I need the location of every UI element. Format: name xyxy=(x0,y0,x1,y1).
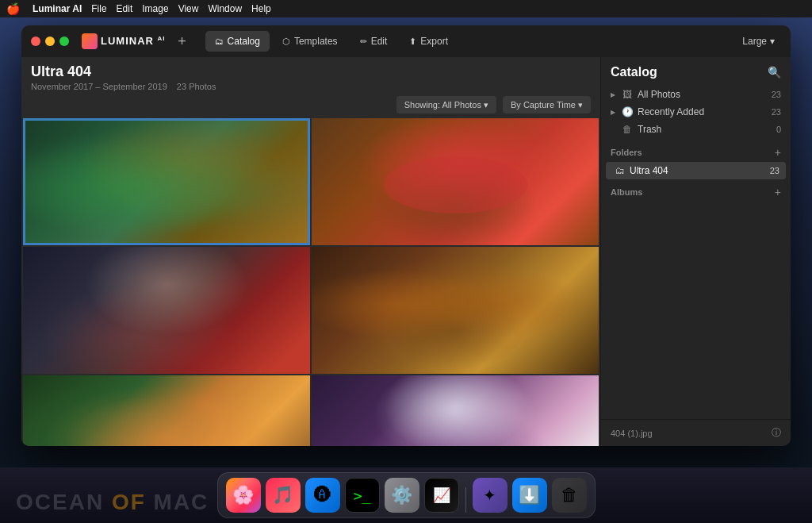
triangle-icon-2: ▶ xyxy=(611,109,615,116)
templates-icon: ⬡ xyxy=(282,37,290,47)
menu-edit[interactable]: Edit xyxy=(117,3,133,14)
apple-menu[interactable]: 🍎 xyxy=(6,2,20,15)
photo-count: 23 Photos xyxy=(177,82,216,91)
triangle-icon: ▶ xyxy=(611,91,615,98)
panel-filters: Showing: All Photos ▾ By Capture Time ▾ xyxy=(21,96,600,118)
sidebar-title: Catalog xyxy=(611,65,657,79)
toolbar-tabs: 🗂 Catalog ⬡ Templates ✏ Edit ⬆ Export xyxy=(205,31,458,52)
menu-bar: 🍎 Luminar AI File Edit Image View Window… xyxy=(0,0,812,17)
menu-view[interactable]: View xyxy=(178,3,199,14)
date-range: November 2017 – September 2019 xyxy=(31,82,167,91)
sidebar-item-all-photos[interactable]: ▶ 🖼 All Photos 23 xyxy=(601,86,791,103)
app-window: LUMINAR AI + 🗂 Catalog ⬡ Templates ✏ Edi… xyxy=(21,25,791,446)
title-bar: LUMINAR AI + 🗂 Catalog ⬡ Templates ✏ Edi… xyxy=(21,25,791,57)
dock-separator xyxy=(465,487,466,513)
albums-label: Albums xyxy=(611,187,642,197)
logo-icon xyxy=(82,33,98,49)
dock-area: OCEAN OF MAC 🌸 🎵 🅐 >_ ⚙️ 📈 ✦ ⬇️ 🗑 xyxy=(0,467,812,523)
watermark-ocean: OCEAN xyxy=(16,490,104,515)
export-icon: ⬆ xyxy=(409,37,416,47)
menu-file[interactable]: File xyxy=(91,3,106,14)
filename: 404 (1).jpg xyxy=(611,429,653,438)
tab-templates[interactable]: ⬡ Templates xyxy=(273,31,347,52)
close-button[interactable] xyxy=(31,37,40,46)
menu-help[interactable]: Help xyxy=(251,3,271,14)
albums-section-header: Albums + xyxy=(601,179,791,202)
sidebar-header: Catalog 🔍 xyxy=(601,57,791,84)
edit-icon: ✏ xyxy=(360,37,367,47)
size-selector[interactable]: Large ▾ xyxy=(736,36,781,47)
sidebar-footer: 404 (1).jpg ⓘ xyxy=(601,419,791,446)
minimize-button[interactable] xyxy=(45,37,55,46)
toolbar-right: Large ▾ xyxy=(736,36,781,47)
file-info: 404 (1).jpg ⓘ xyxy=(611,426,781,440)
desktop: LUMINAR AI + 🗂 Catalog ⬡ Templates ✏ Edi… xyxy=(0,17,812,467)
search-icon[interactable]: 🔍 xyxy=(768,66,781,79)
watermark-of: OF xyxy=(104,490,153,515)
folders-add-icon[interactable]: + xyxy=(775,146,781,159)
logo-text: LUMINAR AI xyxy=(101,35,166,47)
clock-icon: 🕐 xyxy=(622,106,633,117)
photo-cell-cat[interactable] xyxy=(23,375,310,446)
dock-icon-luminar[interactable]: ✦ xyxy=(473,478,508,513)
panel-subtitle: November 2017 – September 2019 23 Photos xyxy=(31,82,591,91)
maximize-button[interactable] xyxy=(59,37,69,46)
add-button[interactable]: + xyxy=(172,31,193,52)
chevron-down-icon: ▾ xyxy=(770,36,775,47)
photo-cell-strawberry[interactable] xyxy=(312,118,599,245)
tab-catalog[interactable]: 🗂 Catalog xyxy=(205,31,270,52)
sidebar-library-section: ▶ 🖼 All Photos 23 ▶ 🕐 Recently Added 23 … xyxy=(601,84,791,140)
info-icon[interactable]: ⓘ xyxy=(772,426,781,440)
app-logo: LUMINAR AI xyxy=(82,33,166,49)
dock-icon-trash[interactable]: 🗑 xyxy=(552,478,587,513)
menu-image[interactable]: Image xyxy=(142,3,168,14)
sidebar-folder-ultra404[interactable]: 🗂 Ultra 404 23 xyxy=(606,162,786,179)
dock: 🌸 🎵 🅐 >_ ⚙️ 📈 ✦ ⬇️ 🗑 xyxy=(217,472,596,518)
showing-filter[interactable]: Showing: All Photos ▾ xyxy=(396,96,496,113)
dock-icon-settings[interactable]: ⚙️ xyxy=(385,478,419,513)
albums-add-icon[interactable]: + xyxy=(775,186,781,198)
sidebar-item-trash[interactable]: ▶ 🗑 Trash 0 xyxy=(601,121,791,138)
photo-cell-burger[interactable] xyxy=(312,247,599,374)
sort-filter[interactable]: By Capture Time ▾ xyxy=(503,96,591,113)
sidebar-item-recently-added[interactable]: ▶ 🕐 Recently Added 23 xyxy=(601,103,791,121)
page-title: Ultra 404 xyxy=(31,63,591,80)
photo-cell-woman2[interactable] xyxy=(312,375,599,446)
photos-icon: 🖼 xyxy=(622,89,633,100)
tab-export[interactable]: ⬆ Export xyxy=(400,31,458,52)
watermark: OCEAN OF MAC xyxy=(16,490,209,515)
dock-icon-appstore[interactable]: 🅐 xyxy=(305,478,340,513)
tab-edit[interactable]: ✏ Edit xyxy=(350,31,397,52)
menu-window[interactable]: Window xyxy=(208,3,242,14)
content-area: Ultra 404 November 2017 – September 2019… xyxy=(21,57,791,446)
folders-label: Folders xyxy=(611,148,642,157)
photo-grid xyxy=(21,118,600,446)
folder-icon: 🗂 xyxy=(615,165,625,176)
dock-icon-photos[interactable]: 🌸 xyxy=(226,478,261,513)
panel-header: Ultra 404 November 2017 – September 2019… xyxy=(21,57,600,96)
main-panel: Ultra 404 November 2017 – September 2019… xyxy=(21,57,600,446)
catalog-icon: 🗂 xyxy=(215,37,224,46)
traffic-lights xyxy=(31,37,69,46)
trash-icon: 🗑 xyxy=(622,124,633,135)
dock-icon-stocks[interactable]: 📈 xyxy=(424,478,459,513)
watermark-mac: MAC xyxy=(154,490,209,515)
menu-app-name[interactable]: Luminar AI xyxy=(33,3,82,14)
sidebar: Catalog 🔍 ▶ 🖼 All Photos 23 ▶ 🕐 Recently… xyxy=(600,57,791,446)
dock-icon-music[interactable]: 🎵 xyxy=(266,478,301,513)
photo-cell-chameleon[interactable] xyxy=(23,118,310,245)
dock-icon-terminal[interactable]: >_ xyxy=(345,478,380,513)
dock-icon-downloads[interactable]: ⬇️ xyxy=(512,478,547,513)
photo-cell-woman[interactable] xyxy=(23,247,310,374)
folders-section-header: Folders + xyxy=(601,140,791,162)
